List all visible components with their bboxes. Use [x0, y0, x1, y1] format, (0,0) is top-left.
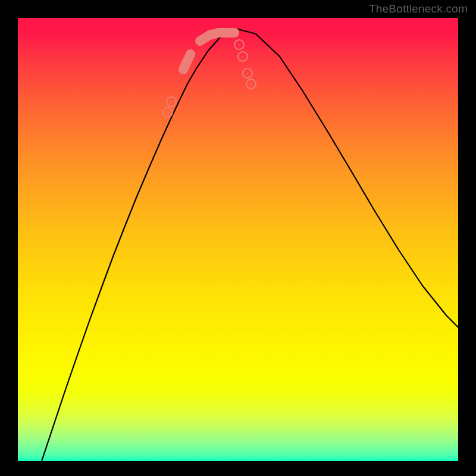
svg-point-1 [171, 101, 172, 102]
svg-point-8 [242, 56, 243, 57]
chart-frame: TheBottleneck.com [0, 0, 476, 476]
svg-point-10 [250, 83, 252, 84]
svg-point-7 [239, 44, 240, 45]
svg-line-2 [183, 54, 190, 70]
bottleneck-curve [42, 29, 458, 461]
plot-area [18, 18, 458, 461]
svg-point-0 [167, 112, 168, 113]
watermark-text: TheBottleneck.com [369, 2, 468, 15]
svg-point-9 [247, 73, 248, 74]
bottleneck-curve-svg [18, 18, 458, 461]
